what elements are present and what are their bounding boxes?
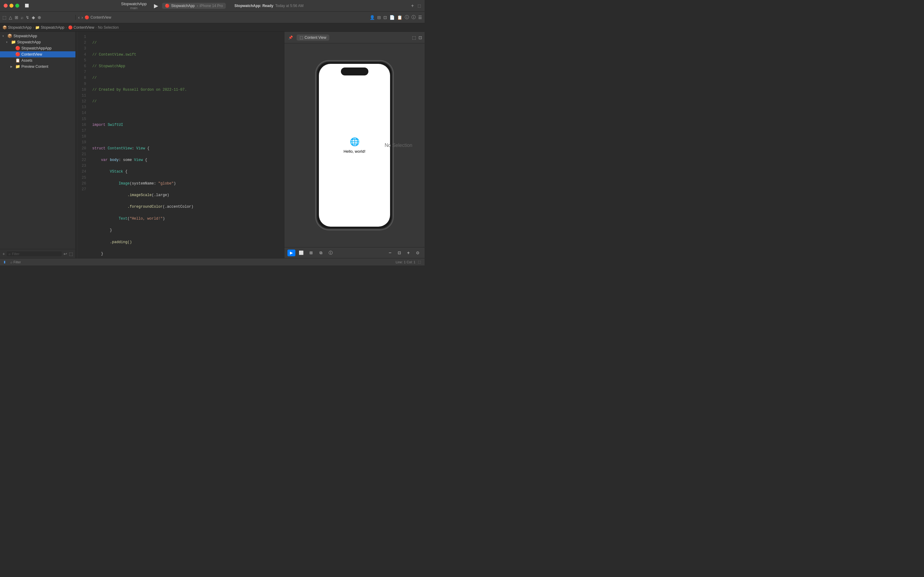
editor-tab[interactable]: 🔴 StopwatchApp › iPhone 14 Pro [162,3,226,9]
scm-icon[interactable]: ↯ [26,15,29,20]
close-button[interactable] [4,4,8,8]
warnings-icon[interactable]: ⬚ [69,251,73,256]
inspector-icon[interactable]: ⓘ [405,15,409,20]
breadcrumb-file-icon: 🔴 [85,15,89,19]
title-bar-right: + ⬚ [411,3,421,8]
debug-icon[interactable]: ◆ [32,15,35,20]
file-tree: ▾ 📦 StopwatchApp ▾ 📁 StopwatchApp 🔴 Stop… [0,32,76,249]
variants-button[interactable]: ⊞ [307,250,315,256]
preview-name-label: Content View [304,35,326,40]
sidebar-item-stopwatchappapp[interactable]: 🔴 StopwatchAppApp [0,45,76,51]
chevron-icon: ▾ [2,34,6,37]
line-numbers: 12345 678910 1112131415 1617181920 21222… [77,32,89,258]
canvas-settings-icon[interactable]: ⊡ [419,35,422,40]
preview-canvas: 🌐 Hello, world! No Selection [284,44,425,247]
sidebar-item-stopwatchapp-group[interactable]: ▾ 📁 StopwatchApp [0,39,76,45]
filter-icon[interactable]: ⊞ [14,15,18,20]
line-col-indicator: Line: 1 Col: 1 [396,260,415,264]
project-navigator: ▾ 📦 StopwatchApp ▾ 📁 StopwatchApp 🔴 Stop… [0,32,76,258]
preview-panel: 📌 ⬚ Content View ⬚ ⊡ 🌐 [284,32,425,258]
path-bar: 📦 StopwatchApp › 📁 StopwatchApp › 🔴 Cont… [0,23,425,32]
file-icon-2[interactable]: 📋 [397,15,402,20]
zoom-fit-button[interactable]: ⊡ [395,250,403,256]
folder-icon: 📁 [15,64,20,69]
sidebar-item-label: Preview Content [21,64,73,69]
warning-icon[interactable]: △ [9,15,12,20]
dynamic-island [341,68,369,76]
sidebar-item-contentview[interactable]: 🔴 ContentView [0,51,76,57]
status-timestamp: Today at 5:56 AM [275,4,304,8]
add-file-button[interactable]: + [2,251,5,256]
sidebar-footer: + ⌕ Filter ↩ ⬚ [0,249,76,258]
status-right: Line: 1 Col: 1 ⬚ [396,260,421,264]
preview-toolbar: 📌 ⬚ Content View ⬚ ⊡ [284,32,425,44]
back-button[interactable]: ‹ [78,15,80,20]
zoom-in-button[interactable]: + [404,250,412,256]
sidebar-toggle-icon[interactable]: ⬜ [23,3,31,8]
traffic-lights [4,4,19,8]
globe-icon: 🌐 [350,137,359,147]
static-preview-button[interactable]: ⬜ [297,250,305,256]
path-folder[interactable]: 📁 StopwatchApp [35,25,64,30]
forward-button[interactable]: › [82,15,83,20]
author-icon[interactable]: 👤 [370,15,375,20]
path-folder-icon: 📁 [35,25,40,30]
path-root[interactable]: 📦 StopwatchApp [2,25,31,30]
iphone-content: 🌐 Hello, world! [319,64,390,227]
search-icon[interactable]: ⌕ [21,15,23,20]
run-button[interactable]: ▶ [154,2,158,9]
sidebar-item-label: ContentView [21,52,73,56]
status-ready: StopwatchApp: Ready [235,4,274,8]
iphone-screen: 🌐 Hello, world! [319,64,390,227]
path-root-icon: 📦 [2,25,7,30]
hello-world-text: Hello, world! [344,149,365,154]
path-sep-2: › [66,25,67,30]
list-icon[interactable]: ☰ [418,15,422,20]
package-icon: 📦 [7,34,12,39]
path-selection: No Selection [98,25,119,30]
filter-button[interactable]: ⌕ Filter [10,260,21,264]
filter-bar[interactable]: ⌕ Filter [7,251,62,256]
swift-file-icon: 🔴 [15,52,20,57]
project-name: StopwatchApp [121,2,146,6]
minimize-button[interactable] [10,4,13,8]
duplicate-button[interactable]: ⧉ [317,250,325,256]
code-editor[interactable]: 12345 678910 1112131415 1617181920 21222… [77,32,284,258]
chevron-icon: ▶ [10,65,14,68]
zoom-actual-button[interactable]: ⊙ [414,250,422,256]
maximize-button[interactable] [15,4,19,8]
breakpoint-icon[interactable]: ⊕ [37,15,41,20]
tab-device: iPhone 14 Pro [200,4,223,8]
pin-preview-button[interactable]: 📌 [287,34,294,41]
live-preview-button[interactable]: ▶ [287,250,295,256]
split-editor-icon[interactable]: ⬚ [418,4,421,8]
canvas-icon[interactable]: ⊡ [383,15,387,20]
navigator-icon[interactable]: ⬚ [2,15,6,20]
minimap-icon[interactable]: ⊟ [377,15,381,20]
path-file-icon: 🔴 [68,25,73,30]
info-icon[interactable]: ⓘ [411,15,416,20]
preview-name-button[interactable]: ⬚ Content View [296,34,329,40]
sidebar-item-preview-content[interactable]: ▶ 📁 Preview Content [0,63,76,69]
project-scheme: main [130,6,137,10]
folder-icon: 📁 [11,40,16,45]
inspector-toggle-icon[interactable]: ⬚ [412,35,416,40]
code-content[interactable]: // // ContentView.swift // StopwatchApp … [89,32,284,258]
sidebar-item-assets[interactable]: 📋 Assets [0,57,76,63]
iphone-mockup: 🌐 Hello, world! [316,60,393,230]
add-tab-button[interactable]: + [411,3,414,8]
sidebar-item-label: Assets [21,58,73,63]
sidebar-item-stopwatchapp-root[interactable]: ▾ 📦 StopwatchApp [0,33,76,39]
vcs-icon[interactable]: ↩ [64,251,67,256]
zoom-out-button[interactable]: − [386,250,394,256]
filter-label: Filter [12,252,19,256]
breadcrumb: 🔴 ContentView [85,15,111,19]
chevron-icon: ▾ [6,40,10,44]
no-selection-label: No Selection [385,143,412,148]
path-file[interactable]: 🔴 ContentView [68,25,94,30]
breadcrumb-contentview[interactable]: ContentView [90,15,111,19]
file-icon-1[interactable]: 📄 [390,15,394,20]
sidebar-item-label: StopwatchApp [17,40,73,44]
layout-toggle-icon[interactable]: ⬚ [418,260,421,264]
debug-preview-button[interactable]: ⓘ [327,250,335,256]
